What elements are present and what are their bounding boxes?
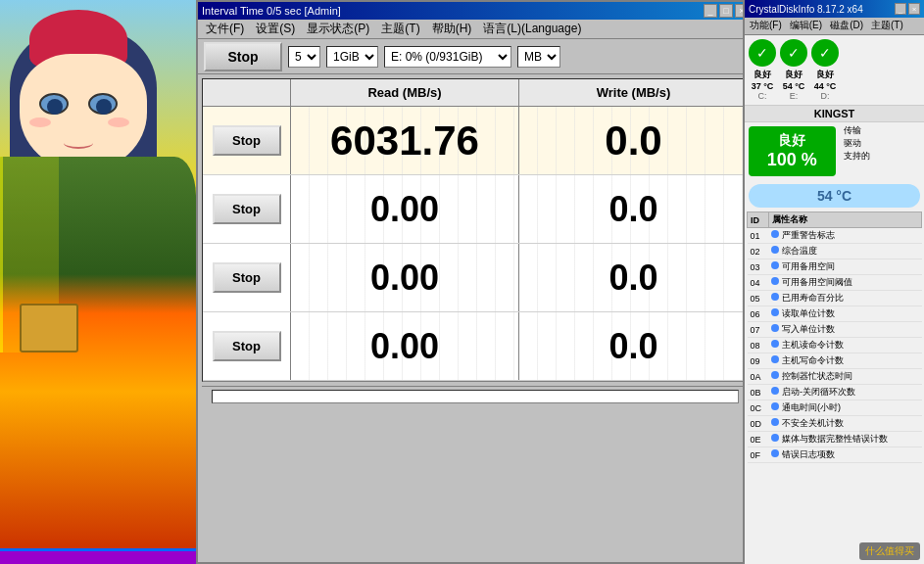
table-row: 0E 媒体与数据完整性错误计数 xyxy=(748,432,922,447)
attr-dot-icon xyxy=(771,277,779,285)
table-row: 06 读取单位计数 xyxy=(748,306,922,322)
menu-settings[interactable]: 设置(S) xyxy=(250,21,301,37)
diskinfo-minimize[interactable]: _ xyxy=(895,3,906,15)
attr-col-name: 属性名称 xyxy=(768,212,921,228)
row-2-read-cell: 0.00 xyxy=(291,175,519,243)
attr-name: 写入单位计数 xyxy=(768,322,921,338)
diskinfo-title: CrystalDiskInfo 8.17.2 x64 xyxy=(749,4,863,15)
attr-name: 严重警告标志 xyxy=(768,228,921,244)
row-4-btn-cell: Stop xyxy=(203,312,291,380)
health-deg-c: 37 °C xyxy=(752,81,774,91)
temperature-value: 54 °C xyxy=(817,188,851,204)
menu-language[interactable]: 语言(L)(Language) xyxy=(477,21,587,37)
count-select[interactable]: 5 xyxy=(288,46,320,68)
col-header-write: Write (MB/s) xyxy=(519,79,748,106)
row-3-btn-cell: Stop xyxy=(203,244,291,311)
attr-dot-icon xyxy=(771,340,779,348)
col-header-read: Read (MB/s) xyxy=(291,79,519,106)
table-row: Stop 0.00 0.0 xyxy=(203,312,748,381)
menu-file[interactable]: 文件(F) xyxy=(200,21,250,37)
diskinfo-menubar: 功能(F) 编辑(E) 磁盘(D) 主题(T) 帮助(H) xyxy=(745,18,924,35)
stop-button-2[interactable]: Stop xyxy=(213,194,281,224)
minimize-button[interactable]: _ xyxy=(704,4,717,18)
attr-name: 不安全关机计数 xyxy=(768,416,921,432)
health-icon-d: ✓ xyxy=(811,39,839,67)
drive-title-label: KINGST xyxy=(814,108,855,119)
attr-name: 读取单位计数 xyxy=(768,306,921,322)
attr-dot-icon xyxy=(771,246,779,254)
temperature-display: 54 °C xyxy=(749,184,920,208)
row-2-btn-cell: Stop xyxy=(203,175,291,243)
table-row: 08 主机读命令计数 xyxy=(748,338,922,353)
health-item-d: ✓ 良好 44 °C D: xyxy=(811,39,839,101)
attr-dot-icon xyxy=(771,449,779,457)
attr-name: 错误日志项数 xyxy=(768,447,921,463)
drive-select[interactable]: E: 0% (0/931GiB) xyxy=(384,46,511,68)
support-label: 支持的 xyxy=(844,150,923,163)
row-4-write-value: 0.0 xyxy=(608,326,657,367)
attr-dot-icon xyxy=(771,371,779,379)
table-row: Stop 0.00 0.0 xyxy=(203,244,748,312)
attr-id: 02 xyxy=(748,244,769,259)
health-item-c: ✓ 良好 37 °C C: xyxy=(749,39,776,101)
table-row: 0A 控制器忙状态时间 xyxy=(748,369,922,385)
attr-dot-icon xyxy=(771,293,779,301)
health-label: 良好 xyxy=(753,132,832,150)
benchmark-titlebar: Interval Time 0/5 sec [Admin] _ □ × xyxy=(198,2,753,20)
health-temp-e: 良好 xyxy=(785,69,802,81)
row-4-write-cell: 0.0 xyxy=(519,312,748,380)
size-select[interactable]: 1GiB xyxy=(326,46,378,68)
health-deg-e: 54 °C xyxy=(783,81,805,91)
attributes-container[interactable]: ID 属性名称 01 严重警告标志 02 综合温度 03 可用备用空间 04 可… xyxy=(747,212,922,463)
diskinfo-menu-disk[interactable]: 磁盘(D) xyxy=(827,19,866,32)
diskinfo-menu-func[interactable]: 功能(F) xyxy=(747,19,785,32)
diskinfo-titlebar: CrystalDiskInfo 8.17.2 x64 _ × xyxy=(745,0,924,18)
benchmark-table: Read (MB/s) Write (MB/s) Stop 6031.76 0.… xyxy=(202,78,749,382)
attributes-table: ID 属性名称 01 严重警告标志 02 综合温度 03 可用备用空间 04 可… xyxy=(747,212,922,463)
stop-button-4[interactable]: Stop xyxy=(213,331,281,361)
health-status: 良好 100 % xyxy=(749,126,836,176)
anime-face xyxy=(20,54,147,171)
table-row: Stop 0.00 0.0 xyxy=(203,175,748,244)
transmission-label: 传输 xyxy=(844,124,923,137)
benchmark-title: Interval Time 0/5 sec [Admin] xyxy=(202,5,341,17)
watermark: 什么值得买 xyxy=(859,542,920,560)
attr-name: 控制器忙状态时间 xyxy=(768,369,921,385)
diskinfo-menu-edit[interactable]: 编辑(E) xyxy=(787,19,825,32)
menu-help[interactable]: 帮助(H) xyxy=(426,21,478,37)
attr-id: 0B xyxy=(748,385,769,400)
diskinfo-menu-theme[interactable]: 主题(T) xyxy=(868,19,906,32)
row-4-read-value: 0.00 xyxy=(370,326,439,367)
attr-dot-icon xyxy=(771,418,779,426)
attr-id: 0D xyxy=(748,416,769,432)
attr-name: 综合温度 xyxy=(768,244,921,259)
health-pct: 100 % xyxy=(753,150,832,170)
stop-button-1[interactable]: Stop xyxy=(213,125,281,156)
table-row: 03 可用备用空间 xyxy=(748,259,922,275)
stop-button-3[interactable]: Stop xyxy=(213,262,281,293)
unit-select[interactable]: MB xyxy=(517,46,560,68)
status-bar xyxy=(202,386,749,405)
table-row: 05 已用寿命百分比 xyxy=(748,291,922,306)
row-1-btn-cell: Stop xyxy=(203,107,291,174)
table-row: 07 写入单位计数 xyxy=(748,322,922,338)
table-row: 0B 启动-关闭循环次数 xyxy=(748,385,922,400)
health-row: ✓ 良好 37 °C C: ✓ 良好 54 °C E: ✓ 良好 44 °C D… xyxy=(745,35,924,105)
diskinfo-close[interactable]: × xyxy=(908,3,920,15)
maximize-button[interactable]: □ xyxy=(719,4,733,18)
anime-background xyxy=(0,0,196,564)
menu-theme[interactable]: 主题(T) xyxy=(375,21,425,37)
health-temp-c: 良好 xyxy=(754,69,771,81)
attr-dot-icon xyxy=(771,324,779,332)
health-drive-d: D: xyxy=(821,91,830,101)
attr-dot-icon xyxy=(771,230,779,238)
health-drive-e: E: xyxy=(790,91,799,101)
drive-label: 驱动 xyxy=(844,137,923,150)
stop-button-main[interactable]: Stop xyxy=(204,42,282,71)
attr-col-id: ID xyxy=(748,212,769,228)
attr-id: 0F xyxy=(748,447,769,463)
diskinfo-window: CrystalDiskInfo 8.17.2 x64 _ × 功能(F) 编辑(… xyxy=(743,0,924,564)
attr-name: 可用备用空间 xyxy=(768,259,921,275)
benchmark-toolbar: Stop 5 1GiB E: 0% (0/931GiB) MB xyxy=(198,39,753,74)
menu-display[interactable]: 显示状态(P) xyxy=(301,21,375,37)
